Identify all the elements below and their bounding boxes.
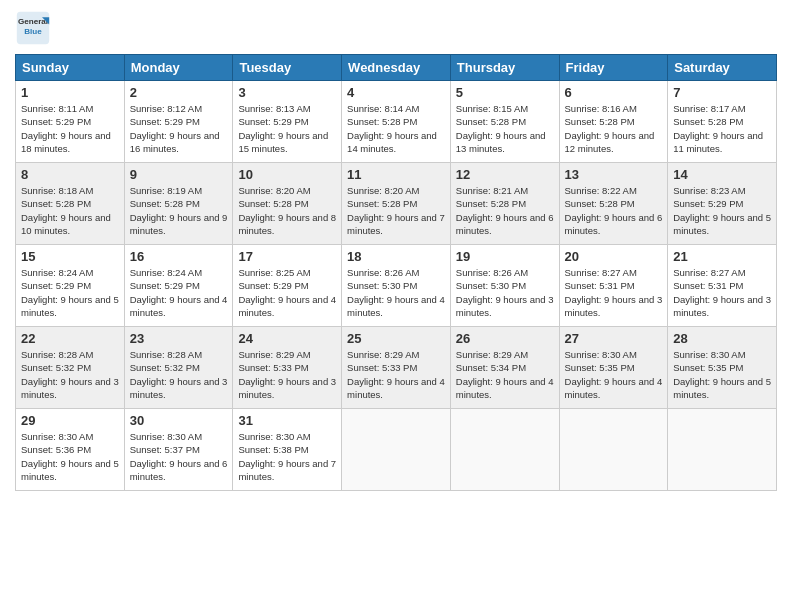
header-cell-friday: Friday <box>559 55 668 81</box>
svg-text:Blue: Blue <box>24 27 42 36</box>
day-cell: 30 Sunrise: 8:30 AM Sunset: 5:37 PM Dayl… <box>124 409 233 491</box>
day-number: 20 <box>565 249 663 264</box>
logo-icon: General Blue <box>15 10 51 46</box>
svg-text:General: General <box>18 17 48 26</box>
day-info: Sunrise: 8:21 AM Sunset: 5:28 PM Dayligh… <box>456 184 554 237</box>
day-number: 8 <box>21 167 119 182</box>
day-cell: 27 Sunrise: 8:30 AM Sunset: 5:35 PM Dayl… <box>559 327 668 409</box>
day-cell <box>559 409 668 491</box>
day-cell: 20 Sunrise: 8:27 AM Sunset: 5:31 PM Dayl… <box>559 245 668 327</box>
header-cell-wednesday: Wednesday <box>342 55 451 81</box>
day-number: 24 <box>238 331 336 346</box>
day-info: Sunrise: 8:22 AM Sunset: 5:28 PM Dayligh… <box>565 184 663 237</box>
header-cell-thursday: Thursday <box>450 55 559 81</box>
day-number: 12 <box>456 167 554 182</box>
day-number: 10 <box>238 167 336 182</box>
day-number: 11 <box>347 167 445 182</box>
day-info: Sunrise: 8:19 AM Sunset: 5:28 PM Dayligh… <box>130 184 228 237</box>
calendar-header: SundayMondayTuesdayWednesdayThursdayFrid… <box>16 55 777 81</box>
day-info: Sunrise: 8:30 AM Sunset: 5:38 PM Dayligh… <box>238 430 336 483</box>
day-cell: 8 Sunrise: 8:18 AM Sunset: 5:28 PM Dayli… <box>16 163 125 245</box>
day-cell <box>450 409 559 491</box>
day-info: Sunrise: 8:18 AM Sunset: 5:28 PM Dayligh… <box>21 184 119 237</box>
day-info: Sunrise: 8:24 AM Sunset: 5:29 PM Dayligh… <box>130 266 228 319</box>
day-cell: 11 Sunrise: 8:20 AM Sunset: 5:28 PM Dayl… <box>342 163 451 245</box>
logo: General Blue <box>15 10 55 46</box>
day-number: 23 <box>130 331 228 346</box>
day-number: 29 <box>21 413 119 428</box>
day-info: Sunrise: 8:13 AM Sunset: 5:29 PM Dayligh… <box>238 102 336 155</box>
header-cell-tuesday: Tuesday <box>233 55 342 81</box>
day-cell: 14 Sunrise: 8:23 AM Sunset: 5:29 PM Dayl… <box>668 163 777 245</box>
day-info: Sunrise: 8:29 AM Sunset: 5:33 PM Dayligh… <box>238 348 336 401</box>
day-number: 15 <box>21 249 119 264</box>
day-info: Sunrise: 8:16 AM Sunset: 5:28 PM Dayligh… <box>565 102 663 155</box>
day-number: 9 <box>130 167 228 182</box>
day-number: 19 <box>456 249 554 264</box>
day-info: Sunrise: 8:11 AM Sunset: 5:29 PM Dayligh… <box>21 102 119 155</box>
day-info: Sunrise: 8:26 AM Sunset: 5:30 PM Dayligh… <box>347 266 445 319</box>
day-cell: 23 Sunrise: 8:28 AM Sunset: 5:32 PM Dayl… <box>124 327 233 409</box>
day-number: 18 <box>347 249 445 264</box>
day-number: 26 <box>456 331 554 346</box>
day-number: 7 <box>673 85 771 100</box>
day-cell: 31 Sunrise: 8:30 AM Sunset: 5:38 PM Dayl… <box>233 409 342 491</box>
header-cell-sunday: Sunday <box>16 55 125 81</box>
day-cell: 1 Sunrise: 8:11 AM Sunset: 5:29 PM Dayli… <box>16 81 125 163</box>
day-number: 31 <box>238 413 336 428</box>
day-cell: 15 Sunrise: 8:24 AM Sunset: 5:29 PM Dayl… <box>16 245 125 327</box>
week-row-1: 1 Sunrise: 8:11 AM Sunset: 5:29 PM Dayli… <box>16 81 777 163</box>
day-info: Sunrise: 8:29 AM Sunset: 5:34 PM Dayligh… <box>456 348 554 401</box>
day-info: Sunrise: 8:14 AM Sunset: 5:28 PM Dayligh… <box>347 102 445 155</box>
day-cell: 19 Sunrise: 8:26 AM Sunset: 5:30 PM Dayl… <box>450 245 559 327</box>
day-number: 16 <box>130 249 228 264</box>
week-row-4: 22 Sunrise: 8:28 AM Sunset: 5:32 PM Dayl… <box>16 327 777 409</box>
day-info: Sunrise: 8:27 AM Sunset: 5:31 PM Dayligh… <box>565 266 663 319</box>
day-cell: 24 Sunrise: 8:29 AM Sunset: 5:33 PM Dayl… <box>233 327 342 409</box>
header: General Blue <box>15 10 777 46</box>
day-number: 13 <box>565 167 663 182</box>
day-info: Sunrise: 8:30 AM Sunset: 5:37 PM Dayligh… <box>130 430 228 483</box>
day-cell: 26 Sunrise: 8:29 AM Sunset: 5:34 PM Dayl… <box>450 327 559 409</box>
day-number: 22 <box>21 331 119 346</box>
day-cell: 4 Sunrise: 8:14 AM Sunset: 5:28 PM Dayli… <box>342 81 451 163</box>
day-cell: 21 Sunrise: 8:27 AM Sunset: 5:31 PM Dayl… <box>668 245 777 327</box>
day-number: 17 <box>238 249 336 264</box>
day-cell: 12 Sunrise: 8:21 AM Sunset: 5:28 PM Dayl… <box>450 163 559 245</box>
day-number: 1 <box>21 85 119 100</box>
day-cell: 6 Sunrise: 8:16 AM Sunset: 5:28 PM Dayli… <box>559 81 668 163</box>
day-info: Sunrise: 8:23 AM Sunset: 5:29 PM Dayligh… <box>673 184 771 237</box>
day-cell: 28 Sunrise: 8:30 AM Sunset: 5:35 PM Dayl… <box>668 327 777 409</box>
day-cell: 16 Sunrise: 8:24 AM Sunset: 5:29 PM Dayl… <box>124 245 233 327</box>
week-row-3: 15 Sunrise: 8:24 AM Sunset: 5:29 PM Dayl… <box>16 245 777 327</box>
header-row: SundayMondayTuesdayWednesdayThursdayFrid… <box>16 55 777 81</box>
day-number: 4 <box>347 85 445 100</box>
day-cell: 13 Sunrise: 8:22 AM Sunset: 5:28 PM Dayl… <box>559 163 668 245</box>
day-info: Sunrise: 8:26 AM Sunset: 5:30 PM Dayligh… <box>456 266 554 319</box>
day-cell: 25 Sunrise: 8:29 AM Sunset: 5:33 PM Dayl… <box>342 327 451 409</box>
day-number: 6 <box>565 85 663 100</box>
day-number: 21 <box>673 249 771 264</box>
day-info: Sunrise: 8:25 AM Sunset: 5:29 PM Dayligh… <box>238 266 336 319</box>
day-info: Sunrise: 8:24 AM Sunset: 5:29 PM Dayligh… <box>21 266 119 319</box>
day-cell: 10 Sunrise: 8:20 AM Sunset: 5:28 PM Dayl… <box>233 163 342 245</box>
day-info: Sunrise: 8:15 AM Sunset: 5:28 PM Dayligh… <box>456 102 554 155</box>
day-info: Sunrise: 8:20 AM Sunset: 5:28 PM Dayligh… <box>347 184 445 237</box>
day-number: 27 <box>565 331 663 346</box>
day-cell: 2 Sunrise: 8:12 AM Sunset: 5:29 PM Dayli… <box>124 81 233 163</box>
day-cell: 29 Sunrise: 8:30 AM Sunset: 5:36 PM Dayl… <box>16 409 125 491</box>
calendar-table: SundayMondayTuesdayWednesdayThursdayFrid… <box>15 54 777 491</box>
day-info: Sunrise: 8:12 AM Sunset: 5:29 PM Dayligh… <box>130 102 228 155</box>
day-cell: 18 Sunrise: 8:26 AM Sunset: 5:30 PM Dayl… <box>342 245 451 327</box>
day-cell: 17 Sunrise: 8:25 AM Sunset: 5:29 PM Dayl… <box>233 245 342 327</box>
day-number: 25 <box>347 331 445 346</box>
day-number: 30 <box>130 413 228 428</box>
day-cell: 9 Sunrise: 8:19 AM Sunset: 5:28 PM Dayli… <box>124 163 233 245</box>
day-info: Sunrise: 8:28 AM Sunset: 5:32 PM Dayligh… <box>21 348 119 401</box>
page: General Blue SundayMondayTuesdayWednesda… <box>0 0 792 612</box>
day-info: Sunrise: 8:17 AM Sunset: 5:28 PM Dayligh… <box>673 102 771 155</box>
day-number: 2 <box>130 85 228 100</box>
day-info: Sunrise: 8:20 AM Sunset: 5:28 PM Dayligh… <box>238 184 336 237</box>
header-cell-saturday: Saturday <box>668 55 777 81</box>
day-number: 5 <box>456 85 554 100</box>
